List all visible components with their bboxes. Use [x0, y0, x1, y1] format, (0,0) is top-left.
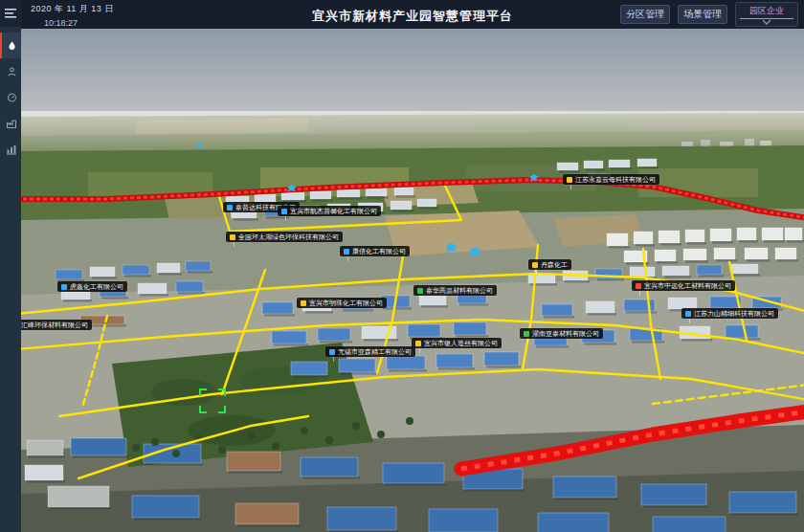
- sidebar-item-monitor[interactable]: [0, 84, 21, 110]
- chevron-down-icon: [762, 19, 771, 25]
- scene-management-button[interactable]: 场景管理: [678, 5, 727, 24]
- company-marker-icon: [230, 234, 235, 240]
- company-label-text: 全国环太湖绿色环保科技有限公司: [238, 233, 339, 240]
- company-marker-icon: [524, 331, 529, 337]
- company-label-text: 宜兴市汇峰环保材料有限公司: [21, 321, 88, 328]
- company-marker-icon: [61, 284, 67, 290]
- header-actions: 分区管理 场景管理 园区企业: [620, 0, 798, 29]
- company-label[interactable]: 无锡市亚森精工有限公司: [325, 346, 415, 357]
- company-label-text: 宜兴市银人造丝有限公司: [424, 340, 498, 346]
- top-header-bar: 2020 年 11 月 13 日 10:18:27 宜兴市新材料产业园智慧管理平…: [21, 0, 804, 29]
- sidebar-item-personnel[interactable]: [0, 58, 21, 84]
- company-marker-icon: [344, 249, 349, 255]
- park-enterprise-dropdown[interactable]: 园区企业: [735, 2, 798, 27]
- company-marker-icon: [227, 205, 233, 211]
- company-label-text: 江苏力山精细科技有限公司: [694, 310, 774, 317]
- company-label-text: 无锡市亚森精工有限公司: [338, 348, 412, 355]
- company-marker-icon: [636, 283, 641, 289]
- zone-management-button[interactable]: 分区管理: [620, 5, 670, 24]
- company-label[interactable]: 江苏永嘉云母科技有限公司: [563, 174, 659, 185]
- map-3d-view[interactable]: 江苏永嘉云母科技有限公司泰普达科技有限公司宜兴市凯杰普馨化工有限公司全国环太湖绿…: [21, 29, 804, 532]
- flame-icon: [7, 40, 17, 52]
- hamburger-icon: [5, 9, 16, 18]
- factory-icon: [6, 118, 17, 129]
- sidebar-item-statistics[interactable]: [0, 136, 21, 162]
- sky: [21, 29, 804, 124]
- company-label[interactable]: 宜兴市凯杰普馨化工有限公司: [278, 206, 381, 216]
- app-window: 2020 年 11 月 13 日 10:18:27 宜兴市新材料产业园智慧管理平…: [0, 0, 804, 532]
- company-label-text: 泰华高温材料有限公司: [426, 287, 493, 294]
- company-label-text: 宜兴市明珠化工有限公司: [309, 299, 383, 306]
- company-marker-icon: [685, 311, 691, 317]
- company-marker-icon: [415, 341, 421, 346]
- company-label-text: 康信化工有限公司: [352, 248, 406, 255]
- company-label-text: 江苏永嘉云母科技有限公司: [575, 176, 656, 183]
- person-icon: [7, 66, 17, 78]
- company-label[interactable]: 灌南亚泰材料有限公司: [520, 328, 603, 339]
- gauge-icon: [7, 92, 17, 103]
- company-label[interactable]: 泰华高温材料有限公司: [413, 285, 497, 296]
- company-label-text: 宜兴市中远化工材料有限公司: [644, 282, 731, 289]
- company-label[interactable]: 丹森化工: [528, 259, 571, 270]
- company-label[interactable]: 宜兴市银人造丝有限公司: [412, 338, 502, 348]
- company-label-text: 灌南亚泰材料有限公司: [532, 330, 599, 337]
- bar-chart-icon: [6, 144, 17, 155]
- company-marker-icon: [532, 262, 538, 268]
- company-label[interactable]: 宜兴市汇峰环保材料有限公司: [21, 320, 92, 330]
- sidebar-item-fire-alarm[interactable]: [0, 33, 21, 58]
- company-label[interactable]: 宜兴市明珠化工有限公司: [297, 298, 387, 308]
- sidebar-item-enterprise[interactable]: [0, 110, 21, 136]
- company-label[interactable]: 虎鑫化工有限公司: [57, 281, 127, 292]
- company-label-text: 宜兴市凯杰普馨化工有限公司: [290, 208, 377, 214]
- company-marker-icon: [281, 209, 287, 214]
- company-label[interactable]: 江苏力山精细科技有限公司: [681, 308, 778, 319]
- company-label[interactable]: 康信化工有限公司: [340, 246, 410, 256]
- company-label[interactable]: 宜兴市中远化工材料有限公司: [632, 280, 735, 291]
- hamburger-menu-button[interactable]: [0, 0, 21, 27]
- company-label-text: 丹森化工: [541, 261, 568, 268]
- sidebar: [0, 0, 21, 532]
- company-marker-icon: [301, 300, 306, 306]
- company-marker-icon: [417, 288, 423, 294]
- company-label[interactable]: 全国环太湖绿色环保科技有限公司: [226, 232, 343, 242]
- company-label-text: 虎鑫化工有限公司: [70, 283, 123, 290]
- park-enterprise-dropdown-label: 园区企业: [740, 5, 793, 19]
- company-marker-icon: [567, 177, 572, 183]
- company-marker-icon: [329, 349, 335, 355]
